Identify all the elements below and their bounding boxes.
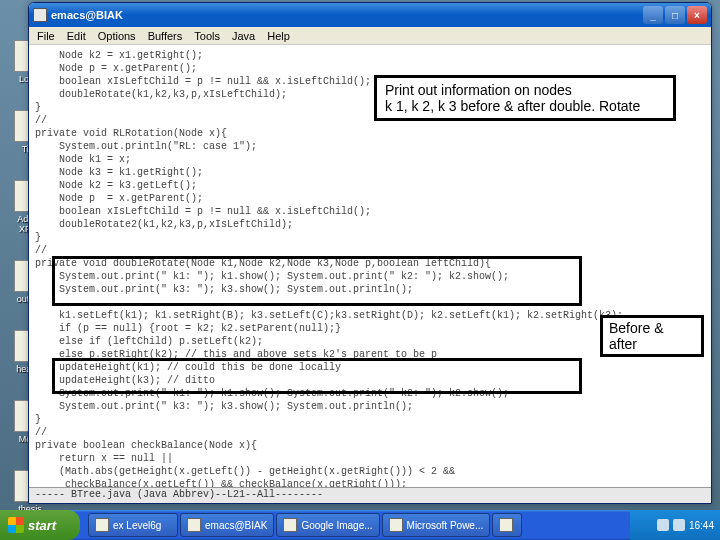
taskbar-items: ex Level6g emacs@BIAK Google Image... Mi…	[88, 513, 630, 537]
menu-options[interactable]: Options	[98, 30, 136, 42]
menu-edit[interactable]: Edit	[67, 30, 86, 42]
start-label: start	[28, 518, 56, 533]
taskbar-item-label: ex Level6g	[113, 520, 161, 531]
close-button[interactable]: ×	[687, 6, 707, 24]
maximize-button[interactable]: □	[665, 6, 685, 24]
taskbar-item[interactable]: emacs@BIAK	[180, 513, 274, 537]
window-title: emacs@BIAK	[51, 9, 643, 21]
minimize-button[interactable]: _	[643, 6, 663, 24]
taskbar-item[interactable]: Microsoft Powe...	[382, 513, 491, 537]
menu-help[interactable]: Help	[267, 30, 290, 42]
highlight-box-2	[52, 358, 582, 394]
window-controls: _ □ ×	[643, 6, 707, 24]
annotation-text: Print out information on nodes	[385, 82, 665, 98]
tray-icon[interactable]	[657, 519, 669, 531]
windows-logo-icon	[8, 517, 24, 533]
taskbar-item[interactable]	[492, 513, 522, 537]
annotation-callout-2: Before & after	[600, 315, 704, 357]
titlebar[interactable]: emacs@BIAK _ □ ×	[29, 3, 711, 27]
taskbar-item-label: Microsoft Powe...	[407, 520, 484, 531]
app-icon	[389, 518, 403, 532]
tray-icon[interactable]	[673, 519, 685, 531]
menu-file[interactable]: File	[37, 30, 55, 42]
annotation-text: k 1, k 2, k 3 before & after double. Rot…	[385, 98, 665, 114]
menu-java[interactable]: Java	[232, 30, 255, 42]
app-icon	[283, 518, 297, 532]
highlight-box-1	[52, 256, 582, 306]
menubar: File Edit Options Buffers Tools Java Hel…	[29, 27, 711, 45]
start-button[interactable]: start	[0, 510, 80, 540]
app-icon	[33, 8, 47, 22]
clock: 16:44	[689, 520, 714, 531]
status-bar: ----- BTree.java (Java Abbrev)--L21--All…	[29, 487, 711, 503]
app-icon	[95, 518, 109, 532]
taskbar-item[interactable]: Google Image...	[276, 513, 379, 537]
taskbar-item[interactable]: ex Level6g	[88, 513, 178, 537]
menu-buffers[interactable]: Buffers	[148, 30, 183, 42]
menu-tools[interactable]: Tools	[194, 30, 220, 42]
taskbar: start ex Level6g emacs@BIAK Google Image…	[0, 510, 720, 540]
system-tray[interactable]: 16:44	[630, 510, 720, 540]
taskbar-item-label: emacs@BIAK	[205, 520, 267, 531]
taskbar-item-label: Google Image...	[301, 520, 372, 531]
app-icon	[499, 518, 513, 532]
annotation-callout-1: Print out information on nodes k 1, k 2,…	[374, 75, 676, 121]
app-icon	[187, 518, 201, 532]
